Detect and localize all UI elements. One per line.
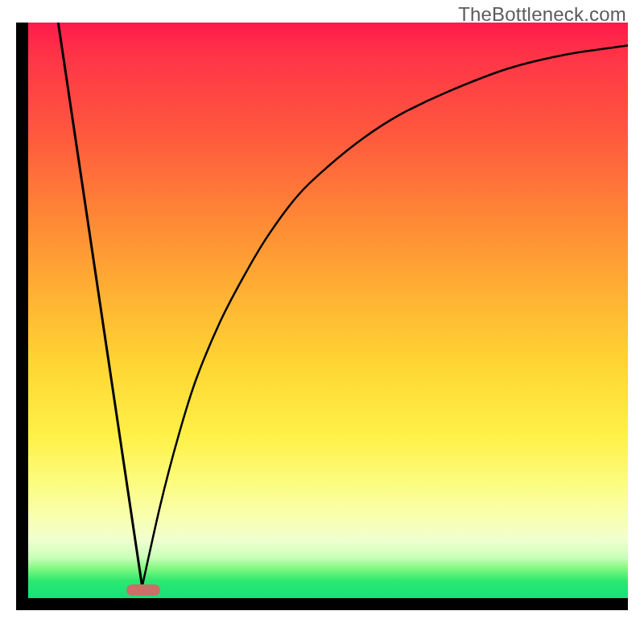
curve-svg [28,23,628,598]
curve-right-curve [142,46,628,587]
curve-left-descent [58,23,142,587]
plot-frame [16,23,628,610]
watermark-text: TheBottleneck.com [458,3,626,26]
trough-marker [126,584,160,596]
chart-root: TheBottleneck.com [0,0,644,644]
plot-gradient-area [28,23,628,598]
